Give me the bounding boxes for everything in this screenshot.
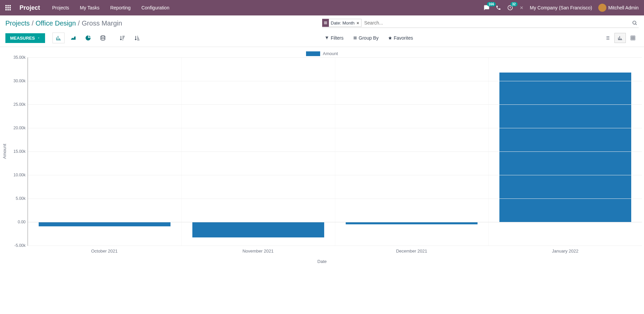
apps-icon[interactable] [5,5,11,10]
search-bar: Date: Month × [322,19,639,28]
app-brand[interactable]: Project [20,4,40,11]
list-icon [353,36,357,40]
nav-projects[interactable]: Projects [50,4,71,12]
company-selector[interactable]: My Company (San Francisco) [530,5,592,10]
search-facet-date-month[interactable]: Date: Month × [322,19,362,27]
messages-badge: 166 [487,2,496,6]
user-name: Mitchell Admin [608,5,639,10]
bar-chart-icon[interactable] [52,33,65,43]
legend-swatch [306,51,320,56]
y-axis: -5.00k0.005.00k10.00k15.00k20.00k25.00k3… [9,57,28,245]
y-tick: 10.00k [13,173,26,177]
svg-point-2 [101,36,105,37]
nav-reporting[interactable]: Reporting [108,4,133,12]
user-menu[interactable]: Mitchell Admin [598,4,639,12]
phone-icon[interactable] [496,5,501,10]
graph-view-icon[interactable] [614,33,626,43]
y-tick: 25.00k [13,102,26,107]
breadcrumb: Projects / Office Design / Gross Margin [5,19,122,27]
breadcrumb-sep: / [32,19,34,27]
x-tick: November 2021 [181,246,335,254]
messages-icon[interactable]: 166 [484,5,490,11]
topbar: Project Projects My Tasks Reporting Conf… [0,0,644,15]
avatar [598,4,606,12]
measures-button[interactable]: MEASURES [5,33,45,43]
nav-configuration[interactable]: Configuration [139,4,171,12]
y-tick: -5.00k [14,243,26,248]
filters-button[interactable]: Filters [325,35,343,41]
star-icon [388,36,392,40]
activities-icon[interactable]: 32 [507,5,513,11]
groupby-facet-icon [322,19,329,27]
x-tick: December 2021 [335,246,489,254]
x-axis: October 2021November 2021December 2021Ja… [28,246,642,254]
y-tick: 0.00 [18,220,26,224]
x-tick: January 2022 [488,246,642,254]
sort-asc-icon[interactable] [131,33,143,43]
y-tick: 35.00k [13,55,26,60]
close-tray-icon[interactable] [519,5,524,10]
pie-chart-icon[interactable] [82,33,94,43]
svg-point-1 [633,21,636,24]
svg-rect-3 [631,36,635,40]
breadcrumb-projects[interactable]: Projects [5,19,30,27]
x-axis-label: Date [2,259,642,264]
bar[interactable] [346,222,478,224]
search-icon[interactable] [631,19,639,27]
breadcrumb-sep: / [78,19,80,27]
bar[interactable] [39,222,171,226]
activities-badge: 32 [510,2,518,6]
facet-label: Date: Month [331,20,355,26]
control-panel: Projects / Office Design / Gross Margin … [0,15,644,47]
x-tick: October 2021 [28,246,181,254]
line-chart-icon[interactable] [67,33,79,43]
favorites-button[interactable]: Favorites [388,35,413,41]
bar[interactable] [192,222,324,237]
groupby-label: Group By [359,35,379,41]
measures-label: MEASURES [10,36,35,41]
breadcrumb-office-design[interactable]: Office Design [36,19,76,27]
legend-label: Amount [323,51,338,56]
y-tick: 15.00k [13,149,26,154]
caret-down-icon [37,36,40,40]
topbar-left: Project Projects My Tasks Reporting Conf… [5,4,172,12]
bar[interactable] [499,73,631,222]
pivot-view-icon[interactable] [627,33,639,43]
funnel-icon [325,36,329,40]
filters-label: Filters [331,35,343,41]
chart-legend: Amount [2,51,642,56]
plot-area [28,57,642,245]
search-input[interactable] [362,19,631,27]
facet-remove-icon[interactable]: × [356,20,359,26]
y-axis-label: Amount [2,57,9,245]
chart-area: Amount Amount -5.00k0.005.00k10.00k15.00… [0,47,644,264]
list-view-icon[interactable] [602,33,613,43]
breadcrumb-gross-margin: Gross Margin [82,19,122,27]
y-tick: 5.00k [16,196,26,201]
topbar-right: 166 32 My Company (San Francisco) Mitche… [484,4,639,12]
groupby-button[interactable]: Group By [353,35,379,41]
sort-desc-icon[interactable] [116,33,128,43]
y-tick: 20.00k [13,126,26,130]
y-tick: 30.00k [13,79,26,83]
favorites-label: Favorites [394,35,413,41]
nav-my-tasks[interactable]: My Tasks [78,4,102,12]
stacked-icon[interactable] [97,33,109,43]
